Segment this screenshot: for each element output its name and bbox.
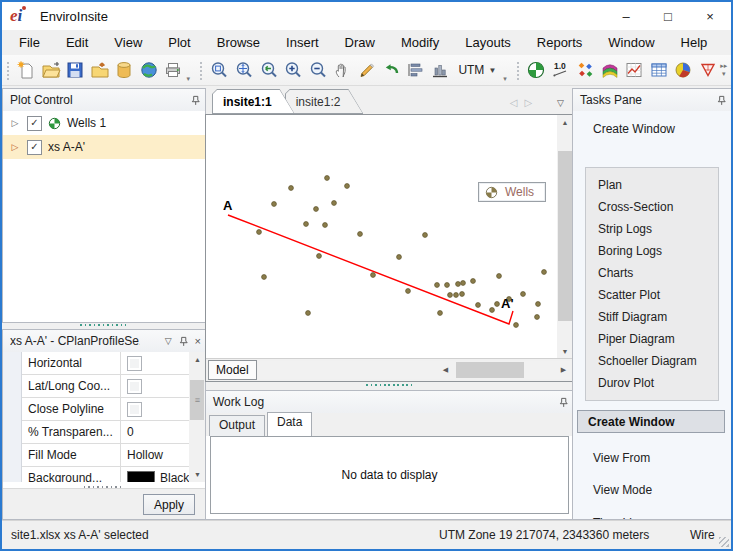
- horizontal-splitter[interactable]: [205, 381, 572, 389]
- posting-scale-button[interactable]: 1.0: [549, 57, 574, 83]
- pushpin-icon[interactable]: [190, 95, 201, 106]
- scroll-down-icon[interactable]: ▼: [557, 344, 573, 359]
- menu-help[interactable]: Help: [668, 30, 721, 55]
- section-view-from[interactable]: View From: [593, 451, 650, 465]
- tab-scroll-right-icon[interactable]: ▷: [524, 97, 532, 108]
- task-item-charts[interactable]: Charts: [586, 262, 718, 284]
- coordinate-system-dropdown[interactable]: UTM ▼: [452, 58, 502, 82]
- scroll-down-icon[interactable]: ▼: [189, 467, 205, 482]
- menu-edit[interactable]: Edit: [53, 30, 101, 55]
- scroll-left-icon[interactable]: ◀: [438, 361, 453, 379]
- tab-data[interactable]: Data: [267, 412, 312, 436]
- property-row[interactable]: % Transparen... 0: [22, 421, 189, 444]
- scrollbar-thumb[interactable]: ≡: [190, 380, 204, 420]
- menu-draw[interactable]: Draw: [332, 30, 388, 55]
- scrollbar-thumb[interactable]: [558, 151, 572, 321]
- pushpin-icon[interactable]: [716, 95, 727, 106]
- resize-grip[interactable]: [719, 537, 729, 547]
- undo-button[interactable]: [379, 57, 404, 83]
- property-value[interactable]: 0: [121, 425, 189, 439]
- task-item-cross-section[interactable]: Cross-Section: [586, 196, 718, 218]
- document-vscrollbar[interactable]: ▲ ▼: [557, 115, 573, 359]
- document-hscrollbar[interactable]: ◀ ▶: [258, 361, 571, 379]
- zoom-extents-button[interactable]: [207, 57, 232, 83]
- time-series-button[interactable]: [622, 57, 647, 83]
- section-time-line[interactable]: Time Line: [593, 516, 645, 519]
- tab-insite1-1[interactable]: insite1:1: [212, 89, 295, 114]
- menu-browse[interactable]: Browse: [204, 30, 273, 55]
- property-row[interactable]: Horizontal: [22, 352, 189, 375]
- horizontal-checkbox[interactable]: [127, 356, 142, 371]
- plot-canvas[interactable]: AA' Wells: [206, 115, 557, 359]
- tree-item-xs-aa[interactable]: ▷ ✓ xs A-A': [3, 135, 205, 159]
- toolbar-grip[interactable]: [199, 60, 204, 80]
- new-document-button[interactable]: [14, 57, 39, 83]
- property-value[interactable]: Hollow: [121, 448, 189, 462]
- task-item-boring-logs[interactable]: Boring Logs: [586, 240, 718, 262]
- menu-reports[interactable]: Reports: [524, 30, 596, 55]
- task-item-schoeller-diagram[interactable]: Schoeller Diagram: [586, 350, 718, 372]
- close-button[interactable]: ×: [689, 2, 731, 30]
- pie-chart-button[interactable]: [671, 57, 696, 83]
- task-item-strip-logs[interactable]: Strip Logs: [586, 218, 718, 240]
- latlong-checkbox[interactable]: [127, 379, 142, 394]
- expander-icon[interactable]: ▷: [9, 118, 21, 128]
- zoom-out-button[interactable]: [305, 57, 330, 83]
- wells-button[interactable]: [524, 57, 549, 83]
- task-item-plan[interactable]: Plan: [586, 174, 718, 196]
- scrollbar-thumb[interactable]: [456, 362, 524, 378]
- properties-scrollbar[interactable]: ▲ ≡ ▼: [189, 352, 205, 482]
- task-item-scatter-plot[interactable]: Scatter Plot: [586, 284, 718, 306]
- tab-insite1-2[interactable]: insite1:2: [285, 89, 364, 114]
- globe-button[interactable]: [136, 57, 161, 83]
- profile-chart-button[interactable]: [428, 57, 453, 83]
- menu-modify[interactable]: Modify: [388, 30, 452, 55]
- task-item-stiff-diagram[interactable]: Stiff Diagram: [586, 306, 718, 328]
- import-button[interactable]: [87, 57, 112, 83]
- menu-plot[interactable]: Plot: [155, 30, 203, 55]
- pan-button[interactable]: [330, 57, 355, 83]
- tab-output[interactable]: Output: [209, 415, 265, 436]
- print-button[interactable]: [161, 57, 186, 83]
- toolbar-grip[interactable]: [516, 60, 521, 80]
- property-row[interactable]: Lat/Long Coo...: [22, 375, 189, 398]
- menu-view[interactable]: View: [101, 30, 155, 55]
- panel-menu-icon[interactable]: ▽: [165, 337, 172, 346]
- close-icon[interactable]: ×: [195, 336, 201, 347]
- expander-icon[interactable]: ▷: [9, 142, 21, 152]
- scroll-up-icon[interactable]: ▲: [557, 115, 573, 130]
- save-button[interactable]: [63, 57, 88, 83]
- color-layers-button[interactable]: [598, 57, 623, 83]
- pushpin-icon[interactable]: [558, 397, 569, 408]
- wells-checkbox[interactable]: ✓: [27, 116, 42, 131]
- tab-scroll-left-icon[interactable]: ◁: [510, 97, 518, 108]
- menu-insert[interactable]: Insert: [273, 30, 332, 55]
- toolbar-grip[interactable]: [6, 60, 11, 80]
- minimize-button[interactable]: –: [605, 2, 647, 30]
- property-row[interactable]: Close Polyline: [22, 398, 189, 421]
- menu-window[interactable]: Window: [595, 30, 667, 55]
- pushpin-icon[interactable]: [178, 336, 189, 347]
- scroll-up-icon[interactable]: ▲: [189, 352, 205, 367]
- section-view-mode[interactable]: View Mode: [593, 483, 652, 497]
- menu-file[interactable]: File: [6, 30, 53, 55]
- property-row[interactable]: Fill Mode Hollow: [22, 444, 189, 467]
- zoom-in-button[interactable]: [281, 57, 306, 83]
- sort-layers-button[interactable]: [403, 57, 428, 83]
- toolbar-more-icon[interactable]: ▸▸▾: [720, 62, 727, 78]
- plan-view-map[interactable]: AA': [206, 115, 555, 358]
- piper-diagram-button[interactable]: [696, 57, 721, 83]
- zoom-previous-button[interactable]: [256, 57, 281, 83]
- section-create-window[interactable]: Create Window: [577, 410, 725, 433]
- tree-item-wells[interactable]: ▷ ✓ Wells 1: [3, 111, 205, 135]
- maximize-button[interactable]: □: [647, 2, 689, 30]
- horizontal-splitter[interactable]: [2, 321, 204, 329]
- color-swatch[interactable]: [127, 471, 155, 482]
- task-item-piper-diagram[interactable]: Piper Diagram: [586, 328, 718, 350]
- wells-legend[interactable]: Wells: [478, 182, 546, 202]
- xs-checkbox[interactable]: ✓: [27, 140, 42, 155]
- table-button[interactable]: [647, 57, 672, 83]
- property-row[interactable]: Background... Black: [22, 467, 189, 482]
- classed-posting-button[interactable]: [573, 57, 598, 83]
- draw-button[interactable]: [354, 57, 379, 83]
